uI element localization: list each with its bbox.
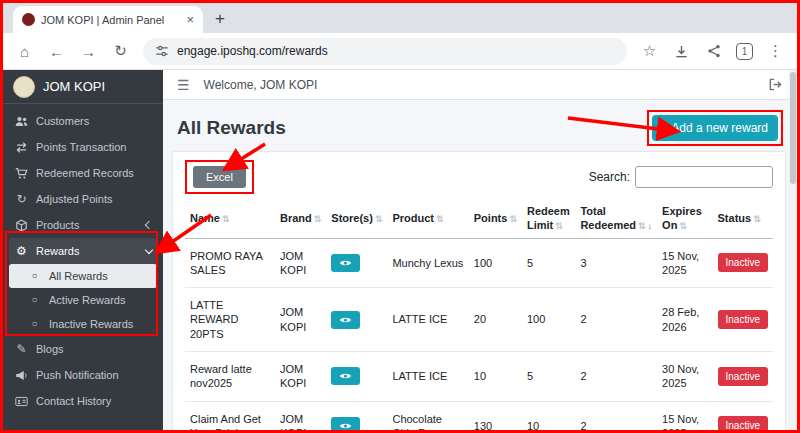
cell-status: Inactive: [713, 401, 773, 430]
sidebar-item-label: Contact History: [36, 395, 111, 407]
cell-redeem-limit: 5: [522, 238, 575, 288]
col-header-total-redeemed[interactable]: Total Redeemed⇅↓: [575, 200, 657, 238]
screenshot-frame: JOM KOPI | Admin Panel × + ⌂ ← → ↻ engag…: [0, 0, 800, 433]
hamburger-menu-icon[interactable]: ☰: [177, 77, 190, 93]
sidebar-item-adjusted-points[interactable]: ↻ Adjusted Points: [9, 186, 157, 212]
sidebar-item-active-rewards[interactable]: ○ Active Rewards: [9, 288, 157, 312]
excel-export-button[interactable]: Excel: [193, 166, 246, 188]
add-new-reward-button[interactable]: + Add a new reward: [652, 115, 778, 141]
forward-icon[interactable]: →: [79, 43, 98, 60]
scrollbar-thumb[interactable]: [790, 72, 796, 184]
search-label: Search:: [589, 170, 630, 184]
status-badge: Inactive: [718, 367, 768, 386]
sort-icon: ⇅: [222, 214, 230, 224]
col-header-points[interactable]: Points⇅: [469, 200, 522, 238]
sidebar-item-inactive-rewards[interactable]: ○ Inactive Rewards: [9, 312, 157, 336]
col-header-stores[interactable]: Store(s)⇅: [326, 200, 387, 238]
col-header-product[interactable]: Product⇅: [387, 200, 468, 238]
view-stores-button[interactable]: [331, 367, 360, 385]
page-scrollbar[interactable]: [789, 70, 797, 430]
sort-icon: ⇅: [314, 214, 322, 224]
cell-total-redeemed: 2: [575, 351, 657, 401]
cell-brand: JOM KOPI: [275, 238, 326, 288]
rewards-card: Excel Search: Name⇅ Brand⇅: [173, 152, 785, 430]
col-header-redeem-limit[interactable]: Redeem Limit⇅: [522, 200, 575, 238]
tune-icon[interactable]: [155, 44, 169, 58]
main-content: ☰ Welcome, JOM KOPI All Rewards + Add a …: [163, 70, 797, 430]
browser-tab[interactable]: JOM KOPI | Admin Panel ×: [13, 6, 203, 33]
browser-menu-icon[interactable]: ⋮: [766, 42, 785, 60]
cell-points: 100: [469, 238, 522, 288]
sort-icon: ⇅: [679, 221, 687, 231]
table-row: Reward latte nov2025 JOM KOPI LATTE ICE …: [185, 351, 773, 401]
sidebar-item-blogs[interactable]: ✎ Blogs: [9, 336, 157, 362]
cell-redeem-limit: 5: [522, 351, 575, 401]
url-bar[interactable]: engage.iposhq.com/rewards: [143, 38, 627, 65]
cell-brand: JOM KOPI: [275, 401, 326, 430]
sidebar-item-contact-history[interactable]: Contact History: [9, 388, 157, 414]
admin-topbar: ☰ Welcome, JOM KOPI: [163, 70, 797, 100]
cell-expires-on: 30 Nov, 2025: [657, 351, 712, 401]
bookmark-star-icon[interactable]: ☆: [640, 42, 659, 60]
col-header-name[interactable]: Name⇅: [185, 200, 275, 238]
sidebar-item-products[interactable]: Products: [9, 212, 157, 238]
tab-close-icon[interactable]: ×: [186, 13, 194, 26]
table-row: Claim And Get Your Drink JOM KOPI Chocol…: [185, 401, 773, 430]
sort-icon: ⇅: [375, 214, 383, 224]
col-header-expires-on[interactable]: Expires On⇅: [657, 200, 712, 238]
annotation-rect-excel: Excel: [185, 160, 254, 194]
share-icon[interactable]: [704, 44, 723, 58]
sidebar-item-label: Points Transaction: [36, 141, 127, 153]
sidebar-item-label: Inactive Rewards: [49, 318, 133, 330]
sidebar-item-all-rewards[interactable]: ○ All Rewards: [9, 264, 157, 288]
col-header-brand[interactable]: Brand⇅: [275, 200, 326, 238]
col-header-status[interactable]: Status⇅: [713, 200, 773, 238]
cell-status: Inactive: [713, 288, 773, 352]
tab-title: JOM KOPI | Admin Panel: [41, 14, 164, 26]
sync-icon: ↻: [14, 193, 29, 205]
cell-total-redeemed: 3: [575, 238, 657, 288]
cell-brand: JOM KOPI: [275, 288, 326, 352]
cart-icon: [14, 167, 29, 180]
page-title: All Rewards: [177, 117, 286, 139]
sidebar-item-redeemed-records[interactable]: Redeemed Records: [9, 160, 157, 186]
view-stores-button[interactable]: [331, 254, 360, 272]
cell-redeem-limit: 10: [522, 401, 575, 430]
status-badge: Inactive: [718, 253, 768, 272]
pen-icon: ✎: [14, 343, 29, 355]
cell-product: LATTE ICE: [387, 351, 468, 401]
sidebar-item-push-notification[interactable]: Push Notification: [9, 362, 157, 388]
cell-name: Claim And Get Your Drink: [185, 401, 275, 430]
sidebar-nav: Customers Points Transaction Redeemed Re…: [3, 104, 163, 418]
sidebar-item-points-transaction[interactable]: Points Transaction: [9, 134, 157, 160]
home-icon[interactable]: ⌂: [15, 43, 34, 60]
view-stores-button[interactable]: [331, 417, 360, 430]
sidebar-item-customers[interactable]: Customers: [9, 108, 157, 134]
sidebar-brand[interactable]: JOM KOPI: [3, 70, 163, 104]
cell-stores: [326, 238, 387, 288]
sidebar-item-label: Products: [36, 219, 79, 231]
sort-icon: ⇅: [436, 214, 444, 224]
search-input[interactable]: [635, 166, 773, 188]
annotation-rect-add-reward: + Add a new reward: [647, 110, 783, 146]
download-icon[interactable]: [672, 44, 691, 59]
back-icon[interactable]: ←: [47, 43, 66, 60]
chevron-down-icon: [145, 246, 153, 254]
new-tab-button[interactable]: +: [207, 6, 233, 32]
logout-icon[interactable]: [768, 77, 783, 92]
exchange-icon: [14, 141, 29, 154]
cell-product: LATTE ICE: [387, 288, 468, 352]
cell-total-redeemed: 2: [575, 288, 657, 352]
tab-count-badge[interactable]: 1: [736, 43, 753, 60]
cell-points: 130: [469, 401, 522, 430]
cell-expires-on: 28 Feb, 2026: [657, 288, 712, 352]
url-text: engage.iposhq.com/rewards: [177, 44, 328, 58]
sidebar-item-rewards[interactable]: ⚙ Rewards: [9, 238, 157, 264]
gear-icon: ⚙: [14, 245, 29, 257]
welcome-text: Welcome, JOM KOPI: [204, 78, 318, 92]
refresh-icon[interactable]: ↻: [111, 42, 130, 60]
sidebar-item-label: All Rewards: [49, 270, 108, 282]
browser-toolbar: ⌂ ← → ↻ engage.iposhq.com/rewards ☆ 1 ⋮: [3, 33, 797, 70]
view-stores-button[interactable]: [331, 311, 360, 329]
box-icon: [14, 219, 29, 232]
